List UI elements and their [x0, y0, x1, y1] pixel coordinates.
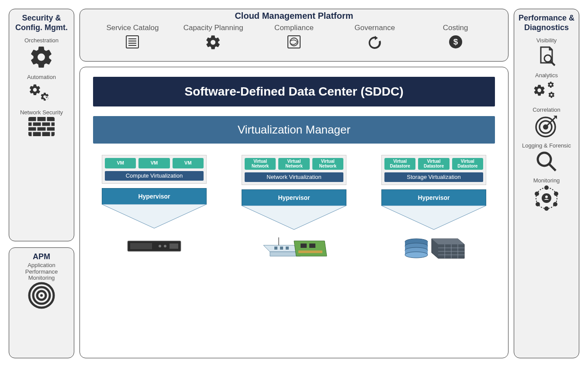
- people-network-icon: [517, 185, 576, 211]
- apm-title: APM: [12, 252, 71, 262]
- target-icon: [12, 282, 71, 309]
- funnel-icon: [381, 206, 486, 232]
- svg-marker-38: [280, 247, 283, 250]
- vm-chip: VM: [173, 158, 204, 168]
- perf-diag-title: Performance & Diagnostics: [517, 14, 576, 32]
- gears-icon: [517, 80, 576, 103]
- storage-virtualization-label: Storage Virtualization: [384, 172, 483, 182]
- hypervisor-label: Hypervisor: [242, 189, 346, 206]
- svg-rect-33: [169, 244, 178, 249]
- performance-diagnostics-box: Performance & Diagnostics Visibility Ana…: [514, 9, 579, 358]
- vnet-chip: Virtual Network: [278, 158, 309, 170]
- left-column: Security & Config. Mgmt. Orchestration A…: [9, 9, 74, 358]
- vm-chip: VM: [138, 158, 169, 168]
- orchestration-label: Orchestration: [12, 38, 71, 44]
- document-search-icon: [517, 45, 576, 68]
- svg-point-77: [536, 202, 540, 206]
- network-hardware-icon: [259, 234, 329, 261]
- virtualization-manager-banner: Virtualization Manager: [93, 116, 495, 144]
- compute-virtualization-label: Compute Virtualization: [105, 171, 204, 181]
- sddc-banner: Software-Defined Data Center (SDDC): [93, 77, 495, 106]
- vds-chip: Virtual Datastore: [384, 158, 415, 170]
- security-config-title: Security & Config. Mgmt.: [12, 14, 71, 32]
- firewall-icon: [12, 117, 71, 137]
- svg-text:$: $: [453, 37, 458, 46]
- cmp-item-label: Compliance: [254, 24, 335, 32]
- svg-point-31: [159, 245, 161, 247]
- svg-point-52: [405, 252, 428, 258]
- hypervisor-label: Hypervisor: [381, 189, 486, 206]
- monitoring-label: Monitoring: [517, 178, 576, 184]
- svg-line-69: [549, 164, 556, 171]
- cmp-capacity-planning: Capacity Planning: [173, 24, 254, 55]
- diagram-root: Security & Config. Mgmt. Orchestration A…: [9, 9, 579, 358]
- gear-icon: [173, 34, 254, 51]
- vnet-chip: Virtual Network: [312, 158, 343, 170]
- globe-icon: [254, 34, 335, 50]
- server-hardware-icon: [126, 233, 183, 259]
- svg-point-72: [545, 196, 548, 198]
- svg-rect-44: [298, 250, 322, 253]
- logging-forensic-label: Logging & Forensic: [517, 143, 576, 149]
- sddc-box: Software-Defined Data Center (SDDC) Virt…: [80, 67, 508, 358]
- automation-label: Automation: [12, 74, 71, 80]
- gears-icon: [12, 82, 71, 105]
- svg-point-68: [538, 153, 551, 166]
- svg-rect-43: [309, 244, 315, 248]
- funnel-icon: [102, 204, 207, 230]
- svg-marker-45: [381, 206, 486, 230]
- svg-point-74: [544, 206, 549, 211]
- svg-point-76: [554, 192, 558, 196]
- storage-hardware-icon: [401, 234, 467, 261]
- center-column: Cloud Management Platform Service Catalo…: [80, 9, 508, 358]
- svg-rect-30: [130, 243, 152, 249]
- cmp-item-label: Service Catalog: [92, 24, 173, 32]
- search-icon: [517, 150, 576, 173]
- svg-point-75: [535, 192, 539, 196]
- gear-icon: [12, 45, 71, 70]
- cycle-icon: [334, 34, 415, 51]
- svg-rect-42: [301, 244, 307, 248]
- compute-stack: VM VM VM Compute Virtualization Hypervis…: [93, 155, 215, 350]
- network-security-label: Network Security: [12, 110, 71, 116]
- cloud-management-platform-box: Cloud Management Platform Service Catalo…: [80, 9, 508, 62]
- cmp-compliance: Compliance: [254, 24, 335, 54]
- correlation-label: Correlation: [517, 107, 576, 113]
- hypervisor-label: Hypervisor: [102, 188, 207, 205]
- dollar-icon: $: [415, 34, 496, 50]
- visibility-label: Visibility: [517, 38, 576, 44]
- svg-marker-39: [286, 247, 289, 250]
- cmp-governance: Governance: [334, 24, 415, 56]
- cmp-costing: Costing $: [415, 24, 496, 54]
- analytics-label: Analytics: [517, 72, 576, 79]
- vnet-chip: Virtual Network: [245, 158, 276, 170]
- funnel-icon: [242, 206, 346, 232]
- apm-box: APM Application Performance Monitoring: [9, 247, 74, 358]
- cmp-item-label: Costing: [415, 24, 496, 32]
- svg-point-61: [544, 55, 551, 62]
- svg-point-78: [553, 202, 557, 206]
- storage-stack: Virtual Datastore Virtual Datastore Virt…: [373, 155, 495, 350]
- vm-chip: VM: [105, 158, 136, 168]
- apm-subtitle: Application Performance Monitoring: [12, 262, 71, 281]
- vds-chip: Virtual Datastore: [452, 158, 483, 170]
- stacks-row: VM VM VM Compute Virtualization Hypervis…: [93, 155, 495, 350]
- svg-marker-41: [294, 241, 327, 256]
- svg-marker-28: [102, 204, 207, 228]
- list-icon: [92, 34, 173, 50]
- security-config-box: Security & Config. Mgmt. Orchestration A…: [9, 9, 74, 241]
- cmp-item-label: Governance: [334, 24, 415, 32]
- svg-point-18: [40, 294, 43, 297]
- cmp-title: Cloud Management Platform: [88, 11, 500, 21]
- svg-point-32: [164, 245, 166, 247]
- network-stack: Virtual Network Virtual Network Virtual …: [233, 155, 355, 350]
- cmp-item-label: Capacity Planning: [173, 24, 254, 32]
- svg-point-73: [544, 185, 549, 190]
- svg-marker-34: [242, 206, 346, 230]
- svg-marker-37: [274, 247, 277, 250]
- svg-rect-19: [126, 36, 138, 48]
- right-column: Performance & Diagnostics Visibility Ana…: [514, 9, 579, 358]
- network-virtualization-label: Network Virtualization: [245, 172, 343, 182]
- cmp-service-catalog: Service Catalog: [92, 24, 173, 54]
- target-arrow-icon: [517, 114, 576, 138]
